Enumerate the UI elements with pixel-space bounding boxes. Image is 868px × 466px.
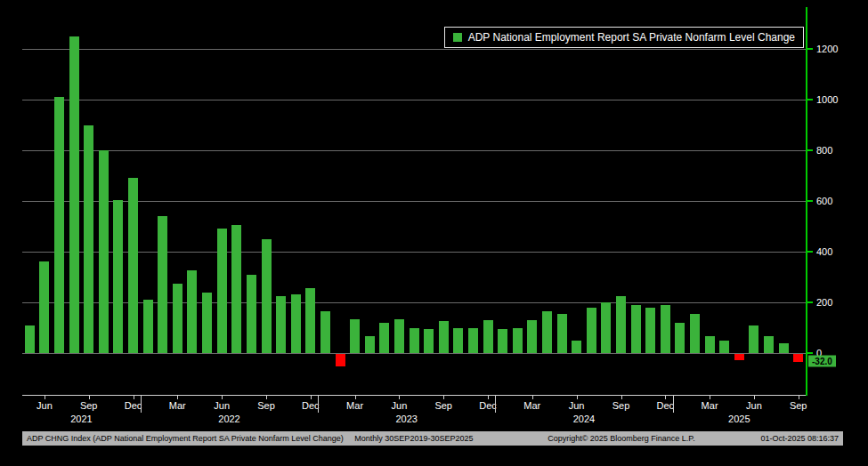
- chart-bar: [217, 229, 227, 353]
- x-tick-label: Mar: [169, 400, 186, 411]
- x-tick-label: Sep: [434, 400, 452, 411]
- chart-bar: [453, 328, 463, 353]
- gridline-200: [22, 302, 806, 303]
- footer-range-text: Monthly 30SEP2019-30SEP2025: [354, 434, 473, 443]
- x-tick: [621, 396, 622, 399]
- x-tick: [443, 396, 444, 399]
- footer-security-text: ADP CHNG Index (ADP National Employment …: [27, 434, 344, 443]
- year-label: 2024: [573, 414, 595, 424]
- chart-bar: [99, 150, 109, 353]
- chart-bar: [231, 225, 241, 353]
- y-tick-label: 200: [816, 297, 832, 308]
- footer-security-info: ADP CHNG Index (ADP National Employment …: [27, 434, 482, 443]
- x-tick-label: Dec: [302, 400, 320, 411]
- chart-bar: [527, 320, 537, 353]
- year-divider-tick: [141, 396, 142, 413]
- series-label: ADP National Employment Report SA Privat…: [468, 31, 795, 44]
- chart-bar: [336, 354, 345, 366]
- y-tick: [807, 200, 813, 202]
- chart-bar: [379, 323, 389, 353]
- x-tick-label: Jun: [569, 400, 585, 411]
- chart-bar: [410, 328, 419, 353]
- x-tick: [45, 396, 45, 399]
- series-color-swatch-icon: [453, 33, 462, 42]
- chart-bar: [247, 275, 256, 353]
- chart-bar: [305, 288, 315, 353]
- plot-area: [22, 7, 806, 395]
- chart-bar: [705, 336, 715, 353]
- chart-bar: [734, 354, 744, 360]
- x-tick: [89, 396, 90, 399]
- year-divider-tick: [673, 396, 674, 413]
- chart-bar: [424, 329, 434, 353]
- y-tick: [807, 99, 813, 100]
- footer-timestamp: 01-Oct-2025 08:16:37: [760, 434, 839, 443]
- chart-bar: [25, 325, 35, 353]
- x-tick: [665, 396, 666, 399]
- chart-bar: [113, 200, 123, 353]
- chart-bar: [764, 336, 774, 353]
- chart-bar: [350, 319, 360, 353]
- x-tick-label: Dec: [657, 400, 675, 411]
- year-label: 2023: [395, 414, 417, 424]
- chart-bar: [572, 341, 581, 353]
- y-tick-label: 1200: [816, 44, 838, 54]
- y-tick: [807, 301, 813, 303]
- x-tick: [399, 396, 400, 399]
- x-tick-label: Mar: [523, 400, 540, 411]
- chart-bar: [645, 308, 655, 353]
- x-tick: [177, 396, 178, 399]
- year-divider-tick: [495, 396, 496, 413]
- chart-legend[interactable]: ADP National Employment Report SA Privat…: [444, 27, 804, 48]
- status-footer: ADP CHNG Index (ADP National Employment …: [22, 431, 843, 446]
- x-tick: [266, 396, 267, 399]
- y-tick-label: 600: [816, 196, 832, 206]
- chart-bar: [54, 97, 64, 353]
- chart-bar: [128, 178, 138, 353]
- x-tick: [355, 396, 356, 399]
- chart-bar: [439, 321, 449, 353]
- x-tick: [222, 396, 223, 399]
- chart-bar: [631, 305, 641, 353]
- chart-bar: [320, 311, 330, 353]
- chart-bar: [291, 294, 301, 353]
- x-tick: [311, 396, 312, 399]
- x-tick-label: Sep: [612, 400, 630, 411]
- gridline-1000: [22, 100, 806, 100]
- chart-bar: [468, 328, 478, 353]
- x-tick-label: Sep: [790, 400, 807, 411]
- x-tick: [799, 396, 799, 399]
- gridline-800: [22, 150, 806, 151]
- chart-bar: [719, 341, 729, 353]
- chart-bar: [749, 325, 758, 353]
- x-tick-label: Sep: [257, 400, 275, 411]
- x-tick-label: Mar: [346, 400, 363, 411]
- chart-bar: [793, 354, 803, 362]
- gridline-0: [22, 353, 806, 354]
- y-tick: [807, 352, 813, 354]
- chart-bar: [616, 296, 626, 353]
- chart-bar: [158, 216, 167, 353]
- gridline-400: [22, 252, 806, 253]
- chart-bar: [202, 293, 212, 353]
- chart-bar: [84, 125, 93, 353]
- x-tick: [754, 396, 755, 399]
- chart-bar: [542, 311, 552, 353]
- gridline-1200: [22, 49, 806, 50]
- gridline-600: [22, 201, 806, 202]
- y-tick: [807, 149, 813, 151]
- bloomberg-chart-screen: ADP National Employment Report SA Privat…: [0, 0, 868, 466]
- x-tick-label: Sep: [80, 400, 98, 411]
- year-divider-tick: [318, 396, 319, 413]
- chart-bar: [557, 314, 567, 353]
- year-label: 2025: [728, 414, 750, 424]
- chart-bar: [661, 305, 670, 353]
- x-tick-label: Jun: [746, 400, 762, 411]
- x-tick-label: Mar: [702, 400, 718, 411]
- chart-bar: [779, 343, 789, 353]
- y-tick-label: 400: [816, 246, 832, 257]
- chart-bar: [173, 284, 183, 353]
- y-tick: [807, 251, 813, 253]
- x-tick-label: Jun: [37, 400, 53, 411]
- x-tick-label: Dec: [479, 400, 497, 411]
